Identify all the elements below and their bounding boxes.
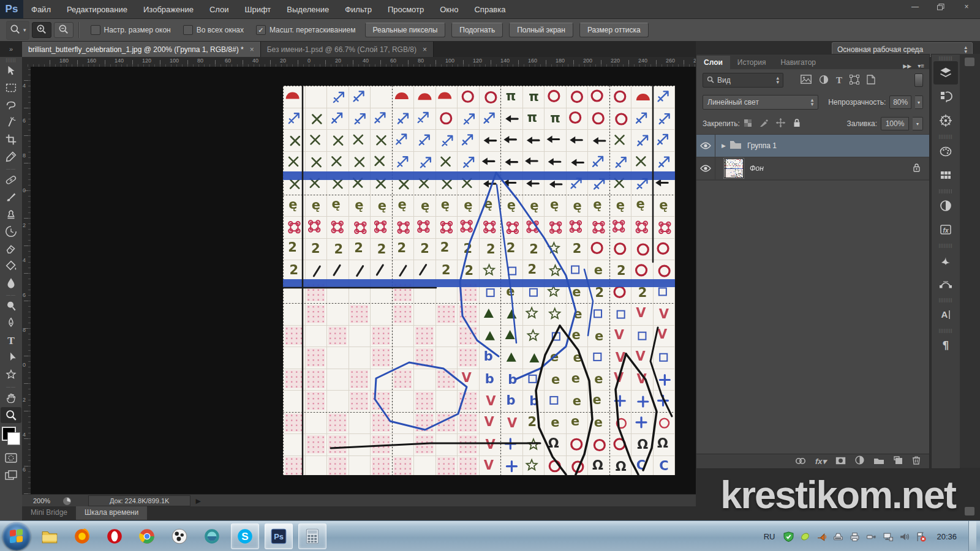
screen-mode-button[interactable] bbox=[1, 467, 21, 483]
filter-smart-object-icon[interactable] bbox=[867, 75, 875, 86]
menu-10[interactable]: Справка bbox=[466, 0, 513, 18]
color-panel-icon[interactable] bbox=[933, 140, 958, 163]
show-desktop-button[interactable] bbox=[968, 521, 976, 551]
move-tool[interactable] bbox=[1, 63, 21, 79]
scanner-tray-icon[interactable] bbox=[832, 531, 843, 542]
healing-brush-tool[interactable] bbox=[1, 172, 21, 188]
brush-tool[interactable] bbox=[1, 189, 21, 205]
menu-8[interactable]: Просмотр bbox=[380, 0, 432, 18]
styles-panel-icon[interactable]: fx bbox=[933, 218, 958, 241]
visibility-toggle[interactable] bbox=[696, 135, 715, 157]
network-tray-icon[interactable] bbox=[882, 531, 893, 542]
menu-7[interactable]: Фильтр bbox=[337, 0, 380, 18]
menu-3[interactable]: Изображение bbox=[135, 0, 202, 18]
tab-layers[interactable]: Слои bbox=[696, 56, 730, 69]
brush-presets-panel-icon[interactable] bbox=[933, 249, 958, 272]
menu-2[interactable]: Редактирование bbox=[59, 0, 135, 18]
zoom-level-field[interactable]: 200% bbox=[33, 497, 61, 504]
dock-grip[interactable]: |||||||| bbox=[932, 133, 960, 139]
layer-row-group1[interactable]: ▶ Группа 1 bbox=[696, 135, 929, 157]
lasso-tool[interactable] bbox=[1, 97, 21, 113]
scroll-top-icon[interactable] bbox=[965, 58, 974, 66]
path-select-tool[interactable] bbox=[1, 350, 21, 365]
adjustment-layer-icon[interactable] bbox=[855, 455, 864, 467]
filter-type-icon[interactable]: T bbox=[836, 75, 842, 86]
restore-button[interactable] bbox=[932, 2, 949, 12]
clone-stamp-tool[interactable] bbox=[1, 206, 21, 222]
opacity-value-field[interactable]: 80% bbox=[889, 96, 911, 109]
pen-tool[interactable] bbox=[1, 315, 21, 331]
history-panel-icon[interactable] bbox=[933, 85, 958, 108]
paths-panel-icon[interactable] bbox=[933, 272, 958, 296]
explorer-taskbar-button[interactable] bbox=[36, 524, 63, 549]
calculator-taskbar-button[interactable] bbox=[298, 523, 326, 549]
start-button[interactable] bbox=[2, 522, 31, 550]
navigator-panel-icon[interactable] bbox=[933, 109, 958, 132]
panel-collapse-chip[interactable]: » bbox=[0, 41, 22, 57]
option-button-4[interactable]: Размер оттиска bbox=[579, 23, 649, 37]
lock-transparency-icon[interactable] bbox=[744, 119, 752, 129]
character-panel-icon[interactable]: A bbox=[933, 303, 958, 326]
document-tab-inactive[interactable]: Без имени-1.psd @ 66.7% (Слой 17, RGB/8)… bbox=[261, 42, 434, 57]
layer-filter-select[interactable]: Вид ▴▾ bbox=[703, 73, 783, 88]
layer-name[interactable]: Фон bbox=[750, 164, 764, 173]
minimize-button[interactable]: — bbox=[907, 2, 924, 12]
panel-menu-icon[interactable]: ▾≡ bbox=[918, 62, 924, 69]
firefox-taskbar-button[interactable] bbox=[69, 524, 96, 549]
document-size-field[interactable]: Док: 224.8K/899.1K bbox=[88, 495, 190, 506]
volume-tray-icon[interactable] bbox=[899, 531, 910, 542]
expand-group-icon[interactable]: ▶ bbox=[722, 143, 726, 149]
magic-wand-tool[interactable] bbox=[1, 114, 21, 130]
option-button-3[interactable]: Полный экран bbox=[509, 23, 573, 37]
tab-timeline[interactable]: Шкала времени bbox=[76, 506, 147, 520]
plug-tray-icon[interactable] bbox=[865, 531, 876, 542]
globe-app-taskbar-button[interactable] bbox=[198, 524, 225, 549]
status-menu-arrow-icon[interactable]: ▶ bbox=[195, 497, 200, 505]
lock-position-icon[interactable] bbox=[776, 118, 785, 129]
layer-row-background[interactable]: Фон bbox=[696, 157, 929, 180]
dock-grip[interactable]: |||||||| bbox=[932, 54, 960, 61]
dock-grip[interactable]: |||||||| bbox=[932, 187, 960, 193]
layers-panel-icon[interactable] bbox=[933, 61, 958, 84]
tab-mini-bridge[interactable]: Mini Bridge bbox=[22, 506, 76, 520]
delete-layer-icon[interactable] bbox=[912, 455, 921, 467]
checkbox-icon[interactable]: ✓ bbox=[256, 25, 266, 35]
type-tool[interactable]: T bbox=[1, 332, 21, 348]
document-tab-active[interactable]: brilliant_butterfly_celebration_1.jpg @ … bbox=[22, 42, 261, 57]
dock-grip[interactable]: |||||||| bbox=[932, 242, 960, 248]
action-center-tray-icon[interactable] bbox=[915, 531, 926, 542]
paint-bucket-tool[interactable] bbox=[1, 258, 21, 274]
filter-shape-icon[interactable] bbox=[850, 75, 859, 86]
audio-device-tray-icon[interactable] bbox=[816, 531, 827, 542]
history-brush-tool[interactable] bbox=[1, 223, 21, 239]
menu-6[interactable]: Выделение bbox=[279, 0, 337, 18]
lock-all-icon[interactable] bbox=[793, 118, 801, 129]
option-button-2[interactable]: Подогнать bbox=[451, 23, 503, 37]
marquee-tool[interactable] bbox=[1, 80, 21, 96]
status-gauge-icon[interactable] bbox=[61, 495, 72, 506]
visibility-toggle[interactable] bbox=[696, 157, 715, 179]
option-checkbox-2[interactable]: Во всех окнах bbox=[183, 25, 244, 35]
zoom-in-button[interactable] bbox=[32, 22, 51, 38]
link-layers-icon[interactable] bbox=[795, 456, 806, 467]
dock-grip[interactable]: |||||||| bbox=[932, 327, 960, 333]
hand-tool[interactable] bbox=[1, 390, 21, 406]
skype-taskbar-button[interactable]: S bbox=[231, 523, 259, 549]
expand-panels-icon[interactable]: ▶▶ bbox=[903, 63, 911, 69]
menu-5[interactable]: Шрифт bbox=[237, 0, 279, 18]
opacity-caret-icon[interactable]: ▾ bbox=[915, 96, 923, 109]
document-canvas-area[interactable] bbox=[31, 67, 696, 494]
filter-toggle-switch[interactable] bbox=[914, 73, 923, 87]
cross-stitch-pattern-image[interactable] bbox=[283, 86, 675, 475]
new-layer-icon[interactable] bbox=[894, 456, 903, 467]
close-icon[interactable]: × bbox=[250, 45, 254, 54]
opera-taskbar-button[interactable] bbox=[101, 524, 128, 549]
checkbox-icon[interactable] bbox=[91, 25, 100, 35]
layer-name[interactable]: Группа 1 bbox=[747, 141, 777, 150]
layer-mask-icon[interactable] bbox=[835, 456, 846, 467]
fill-value-field[interactable]: 100% bbox=[881, 117, 909, 130]
layer-thumbnail[interactable] bbox=[724, 159, 744, 178]
zoom-out-button[interactable] bbox=[54, 22, 74, 38]
lock-pixels-icon[interactable] bbox=[760, 119, 769, 129]
photoshop-taskbar-button[interactable]: Ps bbox=[265, 523, 293, 549]
